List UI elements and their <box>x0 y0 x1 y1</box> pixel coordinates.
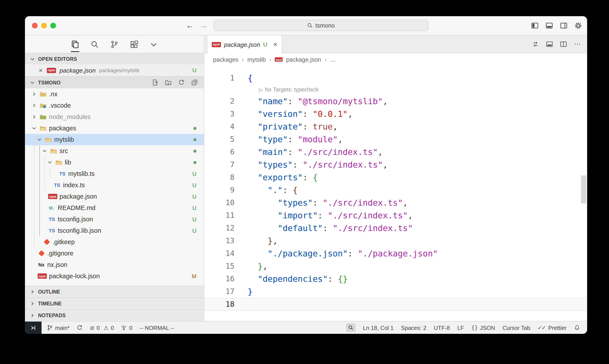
tree-item-tsconfig-lib-json[interactable]: TStsconfig.lib.jsonU <box>25 225 204 236</box>
tree-item-src[interactable]: src <box>25 145 204 157</box>
line-number: 5 <box>204 133 248 146</box>
breadcrumb-mytslib[interactable]: mytslib <box>247 56 266 63</box>
more-views-button[interactable] <box>150 37 158 52</box>
code-line-12[interactable]: 12 "default": "./src/index.ts" <box>204 222 587 234</box>
gear-icon <box>574 22 582 29</box>
command-center-search[interactable]: tsmono <box>213 20 428 31</box>
back-button[interactable]: ← <box>186 20 194 31</box>
code-line-4[interactable]: 4 "private": true, <box>204 120 587 133</box>
new-file-button[interactable] <box>152 79 158 86</box>
code-line-11[interactable]: 11 "import": "./src/index.ts", <box>204 209 587 222</box>
folder-icon <box>39 125 47 131</box>
settings-gear-button[interactable] <box>574 22 582 29</box>
code-line-6[interactable]: 6 "main": "./src/index.ts", <box>204 146 587 158</box>
code-line-9[interactable]: 9 ".": { <box>204 184 587 196</box>
code-line-14[interactable]: 14 "./package.json": "./package.json" <box>204 247 587 260</box>
eol-status[interactable]: LF <box>457 325 464 331</box>
explorer-actions <box>152 79 198 86</box>
code-line-13[interactable]: 13 }, <box>204 234 587 247</box>
problems-status[interactable]: ⊘ 0 ⚠ 0 <box>90 325 114 331</box>
chevron-right-icon <box>29 300 35 307</box>
code-line-18[interactable]: 18 <box>204 298 587 311</box>
maximize-window-button[interactable] <box>50 23 56 28</box>
split-editor-button[interactable] <box>560 41 567 48</box>
new-folder-button[interactable] <box>165 79 171 86</box>
vim-mode-status[interactable]: -- NORMAL -- <box>139 325 174 331</box>
tree-item-gitkeep[interactable]: .gitkeep <box>25 236 204 248</box>
code-line-1[interactable]: 1{ <box>204 72 587 84</box>
tree-item-packages[interactable]: packages <box>25 122 204 134</box>
extensions-view-button[interactable] <box>130 37 138 52</box>
code-line-17[interactable]: 17} <box>204 285 587 298</box>
tree-item-nx-json[interactable]: Nxnx.json <box>25 259 204 270</box>
tree-item-lib[interactable]: lib <box>25 157 204 168</box>
search-icon <box>307 23 313 28</box>
tree-item-mytslib[interactable]: mytslib <box>25 134 204 145</box>
tree-item-package-json[interactable]: npmpackage.jsonU <box>25 191 204 202</box>
branch-status[interactable]: main* <box>47 325 70 331</box>
ports-status[interactable]: 0 <box>121 325 132 331</box>
more-actions-button[interactable]: ⋯ <box>574 41 581 48</box>
open-editor-package-json[interactable]: × npm package.json packages/mytslib U <box>25 64 204 76</box>
code-line-16[interactable]: 16 "dependencies": {} <box>204 273 587 285</box>
git-status-badge: U <box>192 182 196 188</box>
tab-package-json[interactable]: npm package.json U × <box>207 35 282 53</box>
toggle-secondary-sidebar-button[interactable] <box>560 22 568 29</box>
tree-item-tsconfig-json[interactable]: TStsconfig.jsonU <box>25 213 204 225</box>
remote-indicator-button[interactable] <box>25 322 41 334</box>
tree-item-gitignore[interactable]: .gitignore <box>25 248 204 259</box>
breadcrumb-symbol[interactable]: … <box>330 56 336 63</box>
line-number: 3 <box>204 108 248 120</box>
tree-item-node-modules[interactable]: node_modules <box>25 111 204 122</box>
codelens-nx-targets[interactable]: ▷Nx Targets: typecheck <box>259 84 319 95</box>
tree-item-nx[interactable]: .nx <box>25 88 204 100</box>
main-area: OPEN EDITORS × npm package.json packages… <box>25 35 587 321</box>
close-window-button[interactable] <box>32 23 38 28</box>
code-line-7[interactable]: 7 "types": "./src/index.ts", <box>204 158 587 171</box>
open-changes-button[interactable] <box>532 41 539 48</box>
tree-item-mytslib-ts[interactable]: TSmytslib.tsU <box>25 168 204 179</box>
statusbar-right: Ln 18, Col 1 Spaces: 2 UTF-8 LF {} JSON … <box>346 323 580 332</box>
collapse-all-button[interactable] <box>191 79 198 86</box>
forward-button[interactable]: → <box>200 20 208 31</box>
breadcrumb-packages[interactable]: packages <box>213 56 238 63</box>
open-editors-header[interactable]: OPEN EDITORS <box>25 53 204 64</box>
code-line-3[interactable]: 3 "version": "0.0.1", <box>204 108 587 120</box>
code-line-10[interactable]: 10 "types": "./src/index.ts", <box>204 196 587 209</box>
toggle-primary-sidebar-button[interactable] <box>531 22 539 29</box>
code-line-8[interactable]: 8 "exports": { <box>204 171 587 184</box>
line-number: 2 <box>204 95 248 108</box>
cursor-position-status[interactable]: Ln 18, Col 1 <box>363 325 393 331</box>
refresh-button[interactable] <box>178 79 185 86</box>
tab-close-icon[interactable]: × <box>273 40 277 48</box>
source-control-view-button[interactable] <box>110 37 118 52</box>
toggle-panel-button[interactable] <box>545 22 553 29</box>
indentation-status[interactable]: Spaces: 2 <box>401 325 426 331</box>
encoding-status[interactable]: UTF-8 <box>434 325 450 331</box>
code-line-5[interactable]: 5 "type": "module", <box>204 133 587 146</box>
tree-item-index-ts[interactable]: TSindex.tsU <box>25 179 204 191</box>
tree-item-package-lock-json[interactable]: npmpackage-lock.jsonM <box>25 270 204 282</box>
search-view-button[interactable] <box>91 37 99 52</box>
code-editor[interactable]: 1{▷Nx Targets: typecheck2 "name": "@tsmo… <box>204 66 587 321</box>
tree-item-readme-md[interactable]: M↓README.mdU <box>25 202 204 213</box>
breadcrumb-package-json[interactable]: package.json <box>286 56 321 63</box>
language-mode-status[interactable]: {} JSON <box>471 325 495 331</box>
customize-layout-button[interactable] <box>546 41 553 48</box>
cursor-tab-status[interactable]: Cursor Tab <box>503 325 530 331</box>
sync-status[interactable] <box>77 325 83 331</box>
close-editor-icon[interactable]: × <box>38 66 43 74</box>
notifications-bell[interactable] <box>574 325 580 331</box>
outline-section-header[interactable]: OUTLINE <box>25 286 204 298</box>
code-line-15[interactable]: 15 }, <box>204 260 587 273</box>
explorer-view-button[interactable] <box>71 37 79 52</box>
zoom-indicator[interactable] <box>346 323 355 332</box>
code-line-2[interactable]: 2 "name": "@tsmono/mytslib", <box>204 95 587 108</box>
formatter-status[interactable]: ✓✓ Prettier <box>538 325 567 331</box>
notepads-section-header[interactable]: NOTEPADS <box>25 309 204 321</box>
timeline-section-header[interactable]: TIMELINE <box>25 298 204 309</box>
editor-scrollbar[interactable] <box>581 175 586 203</box>
explorer-section-header[interactable]: TSMONO <box>25 76 204 88</box>
tree-item-vscode[interactable]: .vscode <box>25 100 204 111</box>
minimize-window-button[interactable] <box>41 23 47 28</box>
